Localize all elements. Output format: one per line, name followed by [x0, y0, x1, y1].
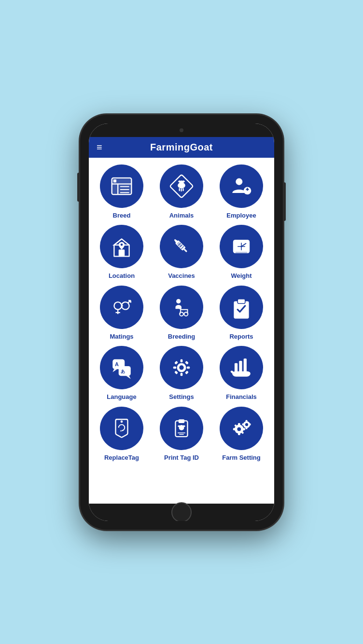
- weight-icon-circle: [220, 225, 263, 268]
- menu-grid: Breed: [94, 164, 269, 462]
- main-content: Breed: [89, 158, 274, 504]
- svg-point-71: [237, 427, 241, 431]
- breed-icon: [110, 174, 134, 198]
- menu-item-replace-tag[interactable]: ReplaceTag: [94, 407, 150, 462]
- settings-icon-circle: [160, 346, 203, 389]
- menu-item-employee[interactable]: Employee: [213, 164, 269, 219]
- farm-setting-icon-circle: [220, 407, 263, 450]
- svg-rect-64: [179, 419, 185, 423]
- reports-icon: [229, 295, 253, 319]
- svg-rect-56: [185, 371, 189, 375]
- farm-setting-label: Farm Setting: [222, 454, 260, 462]
- svg-rect-4: [113, 179, 116, 182]
- breed-label: Breed: [113, 212, 131, 219]
- svg-point-16: [236, 178, 242, 185]
- svg-rect-75: [243, 428, 245, 430]
- svg-text:A: A: [115, 361, 119, 367]
- svg-rect-52: [181, 373, 183, 376]
- svg-rect-59: [235, 363, 237, 372]
- svg-rect-55: [174, 361, 178, 365]
- menu-item-weight[interactable]: Weight: [213, 225, 269, 280]
- reports-icon-circle: [220, 286, 263, 329]
- employee-icon: [229, 174, 253, 198]
- svg-rect-53: [173, 367, 176, 369]
- print-tag-id-icon-circle: [160, 407, 203, 450]
- animals-icon: [169, 174, 194, 198]
- language-icon-circle: A あ: [100, 346, 143, 389]
- print-tag-id-icon: [169, 416, 194, 440]
- svg-rect-45: [237, 299, 245, 303]
- svg-rect-12: [181, 188, 182, 191]
- hamburger-menu-icon[interactable]: ≡: [97, 142, 102, 153]
- svg-rect-58: [185, 361, 189, 365]
- svg-rect-54: [187, 367, 190, 369]
- replace-tag-icon-circle: [100, 407, 143, 450]
- menu-item-settings[interactable]: Settings: [154, 346, 209, 401]
- financials-icon-circle: [220, 346, 263, 389]
- breeding-icon: [169, 295, 194, 319]
- menu-item-reports[interactable]: Reports: [213, 286, 269, 341]
- svg-point-21: [121, 244, 123, 246]
- weight-icon: [229, 234, 253, 259]
- svg-rect-73: [238, 433, 240, 435]
- svg-rect-82: [242, 424, 244, 425]
- matings-icon-circle: [100, 286, 143, 329]
- location-icon-circle: [100, 225, 143, 268]
- phone-top-bar: [89, 123, 274, 137]
- svg-point-62: [121, 420, 123, 423]
- svg-rect-80: [246, 420, 248, 422]
- vaccines-label: Vaccines: [168, 272, 195, 280]
- phone-frame: ≡ FarmingGoat: [80, 115, 283, 530]
- app-header: ≡ FarmingGoat: [89, 137, 274, 158]
- svg-rect-57: [174, 371, 178, 375]
- phone-notch: [148, 123, 215, 137]
- menu-item-print-tag-id[interactable]: Print Tag ID: [154, 407, 209, 462]
- svg-rect-20: [119, 249, 125, 256]
- weight-label: Weight: [231, 272, 251, 280]
- financials-label: Financials: [226, 393, 257, 401]
- print-tag-id-label: Print Tag ID: [164, 454, 199, 462]
- breed-icon-circle: [100, 164, 143, 208]
- app-title: FarmingGoat: [150, 142, 213, 153]
- farm-setting-icon: [229, 416, 253, 440]
- svg-rect-13: [182, 188, 183, 191]
- bottom-bar: [89, 504, 274, 521]
- breeding-icon-circle: [160, 286, 203, 329]
- svg-point-50: [179, 366, 183, 370]
- menu-item-vaccines[interactable]: Vaccines: [154, 225, 209, 280]
- svg-point-79: [245, 423, 248, 426]
- animals-icon-circle: [160, 164, 203, 208]
- svg-rect-25: [183, 249, 187, 253]
- reports-label: Reports: [229, 333, 253, 341]
- language-label: Language: [107, 393, 136, 401]
- svg-rect-33: [236, 252, 248, 255]
- svg-rect-74: [233, 428, 236, 430]
- phone-screen: ≡ FarmingGoat: [89, 123, 274, 521]
- replace-tag-label: ReplaceTag: [104, 454, 139, 462]
- menu-item-financials[interactable]: Financials: [213, 346, 269, 401]
- matings-icon: [110, 295, 134, 319]
- menu-item-farm-setting[interactable]: Farm Setting: [213, 407, 269, 462]
- svg-rect-61: [244, 359, 247, 372]
- svg-rect-83: [249, 424, 251, 425]
- settings-icon: [169, 356, 194, 380]
- svg-rect-60: [239, 361, 242, 372]
- svg-point-32: [240, 246, 242, 247]
- employee-label: Employee: [226, 212, 256, 219]
- vaccines-icon-circle: [160, 225, 203, 268]
- replace-tag-icon: [110, 416, 134, 440]
- menu-item-location[interactable]: Location: [94, 225, 150, 280]
- menu-item-language[interactable]: A あ Language: [94, 346, 150, 401]
- location-label: Location: [109, 272, 135, 280]
- svg-rect-51: [181, 359, 183, 362]
- menu-item-matings[interactable]: Matings: [94, 286, 150, 341]
- financials-icon: [229, 356, 253, 380]
- menu-item-breed[interactable]: Breed: [94, 164, 150, 219]
- menu-item-breeding[interactable]: Breeding: [154, 286, 209, 341]
- breeding-label: Breeding: [168, 333, 195, 341]
- svg-rect-81: [246, 427, 248, 429]
- svg-rect-72: [238, 423, 240, 425]
- svg-text:あ: あ: [121, 369, 125, 374]
- menu-item-animals[interactable]: Animals: [154, 164, 209, 219]
- home-button[interactable]: [171, 502, 192, 521]
